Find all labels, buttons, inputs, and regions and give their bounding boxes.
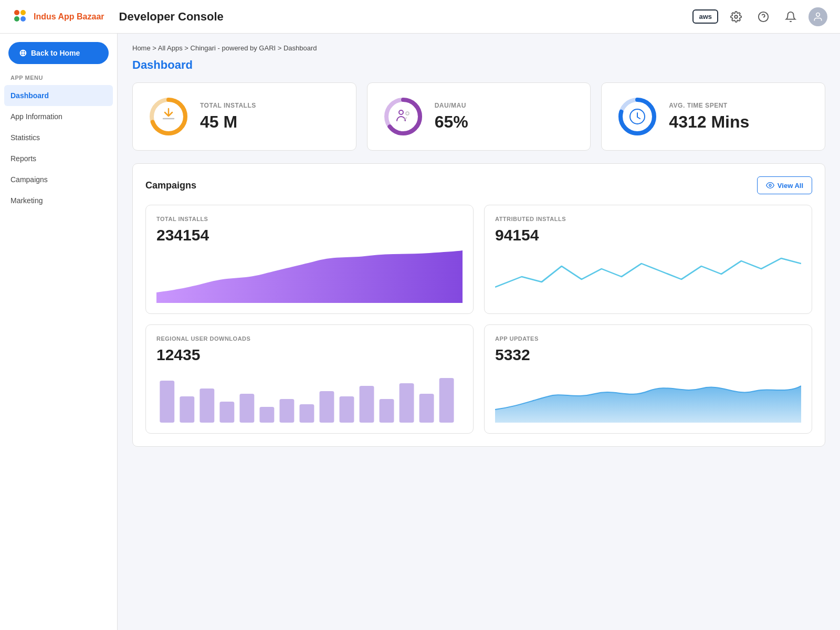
dau-mau-label: DAU/MAU — [435, 102, 468, 109]
svg-rect-23 — [259, 407, 274, 423]
regional-downloads-label: REGIONAL USER DOWNLOADS — [156, 335, 463, 342]
svg-rect-24 — [279, 399, 294, 423]
stat-info-dau-mau: DAU/MAU 65% — [435, 102, 468, 132]
stat-card-dau-mau: DAU/MAU 65% — [367, 82, 591, 151]
sidebar-label-reports: Reports — [10, 154, 36, 163]
layout: ⊕ Back to Home APP Menu Dashboard App In… — [0, 34, 840, 457]
sidebar-label-statistics: Statistics — [10, 133, 40, 142]
regional-downloads-chart — [156, 370, 463, 423]
sidebar-item-statistics[interactable]: Statistics — [0, 127, 117, 148]
regional-downloads-value: 12435 — [156, 346, 463, 364]
svg-rect-27 — [340, 396, 354, 423]
logo: Indus App Bazaar — [13, 8, 104, 25]
total-installs-value: 45 M — [200, 112, 256, 132]
svg-point-12 — [399, 110, 403, 114]
eye-icon — [766, 181, 774, 190]
app-menu-label: APP Menu — [0, 75, 117, 85]
svg-point-4 — [734, 15, 738, 18]
campaigns-title: Campaigns — [145, 180, 196, 191]
avg-time-label: AVG. TIME SPENT — [669, 102, 749, 109]
settings-icon[interactable] — [727, 7, 746, 26]
header-title: Developer Console — [119, 10, 224, 24]
attributed-installs-chart — [495, 250, 801, 303]
sidebar-label-app-information: App Information — [10, 112, 62, 121]
attributed-installs-value: 94154 — [495, 226, 801, 244]
total-installs-donut — [148, 96, 190, 138]
total-installs-chart — [156, 250, 463, 303]
svg-rect-26 — [320, 391, 334, 423]
campaign-card-regional: REGIONAL USER DOWNLOADS 12435 — [145, 324, 474, 434]
svg-point-3 — [20, 16, 26, 22]
svg-point-2 — [14, 16, 19, 22]
stat-card-avg-time: AVG. TIME SPENT 4312 Mins — [601, 82, 825, 151]
view-all-button[interactable]: View All — [757, 176, 812, 194]
campaign-cards: TOTAL INSTALLS 234154 — [145, 205, 812, 434]
header-left: Indus App Bazaar Developer Console — [13, 8, 224, 25]
campaign-card-attributed: ATTRIBUTED INSTALLS 94154 — [484, 205, 812, 314]
sidebar-label-dashboard: Dashboard — [10, 91, 49, 100]
view-all-label: View All — [778, 182, 803, 190]
avg-time-value: 4312 Mins — [669, 112, 749, 132]
aws-badge[interactable]: aws — [692, 9, 718, 24]
sidebar: ⊕ Back to Home APP Menu Dashboard App In… — [0, 34, 118, 457]
svg-rect-20 — [200, 388, 214, 423]
stats-row: TOTAL INSTALLS 45 M — [132, 82, 825, 151]
svg-point-1 — [20, 10, 26, 15]
sidebar-item-marketing[interactable]: Marketing — [0, 190, 117, 211]
header: Indus App Bazaar Developer Console aws — [0, 0, 840, 34]
svg-rect-32 — [439, 378, 454, 423]
avatar[interactable] — [808, 7, 827, 26]
svg-point-7 — [816, 13, 820, 16]
sidebar-item-campaigns[interactable]: Campaigns — [0, 169, 117, 190]
svg-rect-31 — [419, 394, 434, 423]
sidebar-item-dashboard[interactable]: Dashboard — [4, 85, 113, 106]
breadcrumb: Home > All Apps > Chingari - powered by … — [132, 44, 825, 52]
logo-icon — [13, 8, 29, 25]
sidebar-item-app-information[interactable]: App Information — [0, 106, 117, 127]
app-updates-value: 5332 — [495, 346, 801, 364]
campaign-card-total-installs: TOTAL INSTALLS 234154 — [145, 205, 474, 314]
sidebar-label-campaigns: Campaigns — [10, 175, 48, 184]
sidebar-label-marketing: Marketing — [10, 196, 43, 205]
app-updates-label: APP UPDATES — [495, 335, 801, 342]
avg-time-donut — [616, 96, 658, 138]
back-to-home-button[interactable]: ⊕ Back to Home — [8, 42, 109, 64]
svg-point-0 — [14, 10, 19, 15]
total-installs-label: TOTAL INSTALLS — [200, 102, 256, 109]
stat-card-total-installs: TOTAL INSTALLS 45 M — [132, 82, 356, 151]
svg-rect-29 — [380, 399, 394, 423]
svg-point-17 — [769, 184, 771, 186]
main-content: Home > All Apps > Chingari - powered by … — [118, 34, 840, 457]
campaigns-header: Campaigns View All — [145, 176, 812, 194]
help-icon[interactable] — [754, 7, 773, 26]
back-button-label: Back to Home — [31, 49, 80, 57]
campaigns-section: Campaigns View All TOTAL INSTALLS 234154 — [132, 163, 825, 447]
notifications-icon[interactable] — [781, 7, 800, 26]
dau-mau-value: 65% — [435, 112, 468, 132]
stat-info-avg-time: AVG. TIME SPENT 4312 Mins — [669, 102, 749, 132]
dau-mau-donut — [382, 96, 424, 138]
svg-rect-22 — [239, 394, 254, 423]
header-right: aws — [692, 7, 827, 26]
svg-rect-21 — [219, 402, 234, 423]
svg-rect-18 — [160, 381, 174, 423]
attributed-installs-label: ATTRIBUTED INSTALLS — [495, 216, 801, 222]
svg-rect-25 — [299, 404, 314, 423]
svg-point-13 — [406, 112, 409, 115]
back-icon: ⊕ — [19, 47, 27, 59]
svg-rect-30 — [400, 383, 414, 423]
sidebar-item-reports[interactable]: Reports — [0, 148, 117, 169]
breadcrumb-text: Home > All Apps > Chingari - powered by … — [132, 44, 317, 52]
logo-text: Indus App Bazaar — [34, 12, 104, 22]
total-installs-camp-value: 234154 — [156, 226, 463, 244]
page-title: Dashboard — [132, 58, 825, 72]
app-updates-chart — [495, 370, 801, 423]
stat-info-total-installs: TOTAL INSTALLS 45 M — [200, 102, 256, 132]
campaign-card-app-updates: APP UPDATES 5332 — [484, 324, 812, 434]
total-installs-camp-label: TOTAL INSTALLS — [156, 216, 463, 222]
svg-rect-19 — [180, 396, 194, 423]
svg-rect-28 — [360, 386, 374, 423]
